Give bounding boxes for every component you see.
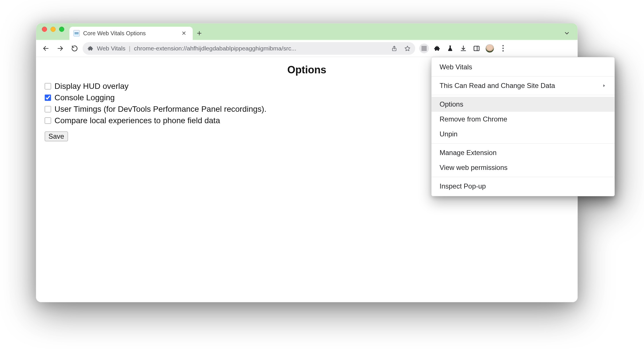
menu-manage-label: Manage Extension [440,149,497,157]
menu-unpin-label: Unpin [440,130,458,138]
menu-site-data-label: This Can Read and Change Site Data [440,82,555,90]
menu-unpin[interactable]: Unpin [432,127,614,142]
extensions-button[interactable] [431,42,443,55]
minimize-window-button[interactable] [50,27,56,32]
checkbox-console-logging[interactable] [45,95,51,101]
menu-inspect-popup[interactable]: Inspect Pop-up [432,179,614,194]
new-tab-button[interactable] [193,27,206,40]
forward-button[interactable] [54,42,67,55]
kebab-icon [498,43,508,54]
active-extension-icon[interactable] [419,44,429,53]
chrome-menu-button[interactable] [497,42,509,55]
svg-marker-7 [603,84,605,87]
menu-options-label: Options [440,100,463,108]
menu-options[interactable]: Options [432,97,614,112]
option-label: Compare local experiences to phone field… [54,116,220,125]
checkbox-hud-overlay[interactable] [45,83,51,89]
extension-context-menu: Web Vitals This Can Read and Change Site… [431,57,615,196]
reload-button[interactable] [68,42,81,55]
extension-icon [87,45,93,52]
vitals-favicon-icon [73,30,80,36]
menu-separator [432,143,614,144]
site-name: Web Vitals [97,45,126,52]
window-controls [40,23,69,40]
checkbox-compare-local[interactable] [45,117,51,124]
tab-overflow-button[interactable] [560,27,573,40]
option-label: Console Logging [54,93,115,102]
bookmark-button[interactable] [403,44,412,53]
svg-marker-3 [405,46,410,51]
svg-rect-5 [474,46,479,51]
chevron-right-icon [602,83,606,88]
downloads-button[interactable] [457,42,470,55]
side-panel-button[interactable] [470,42,483,55]
tab-strip: Core Web Vitals Options ✕ [36,23,577,40]
url-text: chrome-extension://ahfhijdlegdabablpippe… [134,45,386,52]
menu-remove[interactable]: Remove from Chrome [432,112,614,127]
profile-button[interactable] [483,42,496,55]
menu-separator [432,95,614,95]
close-tab-button[interactable]: ✕ [180,29,188,38]
browser-tab[interactable]: Core Web Vitals Options ✕ [69,27,193,40]
toolbar-right [419,42,509,55]
checkbox-user-timings[interactable] [45,106,51,112]
menu-manage-extension[interactable]: Manage Extension [432,145,614,160]
menu-site-data[interactable]: This Can Read and Change Site Data [432,78,614,93]
option-label: Display HUD overlay [54,82,128,91]
avatar-icon [485,44,494,53]
back-button[interactable] [40,42,52,55]
menu-header-label: Web Vitals [440,63,472,71]
tab-title: Core Web Vitals Options [83,30,177,37]
menu-inspect-label: Inspect Pop-up [440,182,486,190]
close-window-button[interactable] [42,27,47,32]
labs-button[interactable] [444,42,456,55]
menu-view-perms-label: View web permissions [440,164,508,172]
omnibox-separator: | [129,45,130,52]
menu-separator [432,76,614,77]
toolbar: Web Vitals | chrome-extension://ahfhijdl… [36,40,577,57]
maximize-window-button[interactable] [59,27,64,32]
menu-view-permissions[interactable]: View web permissions [432,160,614,175]
menu-remove-label: Remove from Chrome [440,115,507,123]
share-button[interactable] [389,44,399,53]
menu-separator [432,177,614,177]
menu-header[interactable]: Web Vitals [432,60,614,74]
browser-window: Core Web Vitals Options ✕ [36,23,578,302]
address-bar[interactable]: Web Vitals | chrome-extension://ahfhijdl… [83,42,415,55]
option-label: User Timings (for DevTools Performance P… [54,105,266,114]
save-button[interactable]: Save [45,132,68,141]
